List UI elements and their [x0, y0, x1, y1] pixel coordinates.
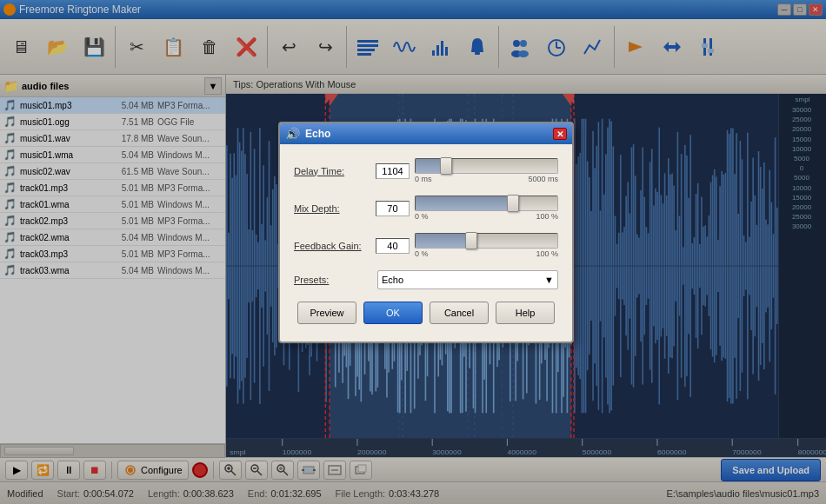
slider-container: 0 % 100 % [415, 233, 558, 258]
slider-thumb[interactable] [507, 195, 519, 212]
dialog-title-area: 🔊 Echo [285, 127, 330, 141]
param-label: Feedback Gain: [294, 241, 370, 251]
presets-row: Presets: Echo ▼ [294, 270, 558, 289]
slider-labels: 0 % 100 % [415, 249, 558, 258]
slider-track[interactable] [415, 158, 558, 174]
preview-button[interactable]: Preview [297, 302, 356, 324]
param-value[interactable]: 40 [376, 238, 410, 254]
param-rows: Delay Time: 1104 0 ms 5000 ms Mix Depth:… [294, 158, 558, 258]
slider-fill [416, 196, 513, 210]
param-label: Delay Time: [294, 166, 370, 176]
dialog-overlay: 🔊 Echo ✕ Delay Time: 1104 0 ms 5000 ms M… [0, 0, 826, 504]
slider-thumb[interactable] [440, 157, 452, 175]
param-value[interactable]: 70 [376, 201, 410, 216]
param-row-1: Mix Depth: 70 0 % 100 % [294, 196, 558, 221]
param-row-0: Delay Time: 1104 0 ms 5000 ms [294, 158, 558, 183]
presets-select[interactable]: Echo ▼ [377, 270, 558, 289]
help-button[interactable]: Help [496, 302, 555, 324]
presets-dropdown-icon: ▼ [544, 275, 554, 285]
param-label: Mix Depth: [294, 203, 370, 214]
slider-fill [416, 234, 471, 248]
dialog-buttons: Preview OK Cancel Help [294, 302, 558, 328]
slider-thumb[interactable] [465, 232, 477, 249]
cancel-button[interactable]: Cancel [430, 302, 489, 324]
param-row-2: Feedback Gain: 40 0 % 100 % [294, 233, 558, 258]
dialog-title-icon: 🔊 [285, 127, 300, 141]
ok-button[interactable]: OK [363, 302, 423, 324]
presets-label: Presets: [294, 275, 372, 285]
param-value[interactable]: 1104 [376, 163, 410, 179]
slider-track[interactable] [415, 233, 558, 249]
dialog-title: Echo [305, 128, 330, 140]
slider-labels: 0 ms 5000 ms [415, 175, 558, 183]
slider-track[interactable] [415, 196, 558, 211]
slider-container: 0 ms 5000 ms [415, 158, 558, 183]
echo-dialog: 🔊 Echo ✕ Delay Time: 1104 0 ms 5000 ms M… [278, 122, 574, 343]
dialog-close-button[interactable]: ✕ [553, 128, 567, 140]
dialog-titlebar: 🔊 Echo ✕ [280, 123, 572, 144]
slider-labels: 0 % 100 % [415, 212, 558, 221]
presets-value: Echo [382, 275, 403, 285]
dialog-content: Delay Time: 1104 0 ms 5000 ms Mix Depth:… [280, 144, 572, 342]
slider-container: 0 % 100 % [415, 196, 558, 221]
